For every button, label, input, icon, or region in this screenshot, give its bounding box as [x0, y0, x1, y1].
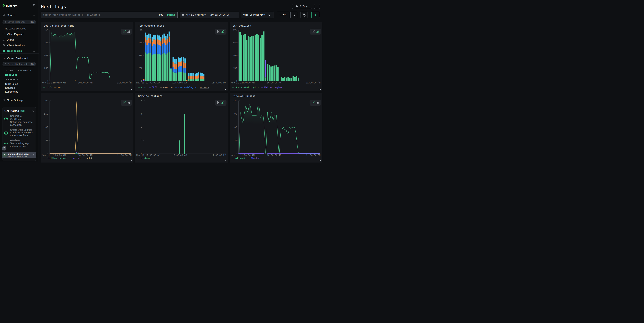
svg-text:90: 90 [234, 113, 237, 115]
svg-text:500: 500 [138, 54, 142, 57]
svg-text:200: 200 [44, 100, 48, 102]
svg-text:6: 6 [141, 113, 142, 115]
svg-text:Failed Logins: Failed Logins [264, 86, 282, 89]
svg-text:Nov 11 12:00:00 AM: Nov 11 12:00:00 AM [136, 82, 160, 84]
svg-text:10:30:00 AM: 10:30:00 AM [267, 154, 282, 157]
svg-text:sshd: sshd [141, 86, 146, 89]
svg-text:SSH activity: SSH activity [233, 25, 251, 28]
svg-text:150: 150 [44, 113, 48, 115]
svg-text:11:30:00 PM: 11:30:00 PM [306, 154, 320, 157]
svg-text:300: 300 [233, 54, 237, 57]
svg-text:4: 4 [141, 126, 142, 129]
svg-text:2: 2 [141, 139, 142, 142]
svg-text:sshd: sshd [86, 157, 92, 160]
svg-text:600: 600 [233, 29, 237, 31]
svg-text:11:30:00 PM: 11:30:00 PM [306, 82, 320, 84]
svg-text:1K: 1K [140, 29, 142, 31]
svg-text:10:30:00 AM: 10:30:00 AM [172, 154, 187, 157]
svg-text:1K: 1K [46, 29, 48, 31]
svg-text:11:30:00 PM: 11:30:00 PM [212, 154, 226, 157]
svg-text:750: 750 [138, 42, 142, 44]
svg-text:30: 30 [234, 139, 237, 142]
svg-text:fail2ban-server: fail2ban-server [46, 157, 67, 160]
svg-text:Nov 11 12:00:00 AM: Nov 11 12:00:00 AM [136, 154, 160, 157]
svg-text:Service restarts: Service restarts [138, 95, 162, 98]
svg-text:Firewall blocks: Firewall blocks [233, 95, 256, 98]
svg-text:kernel: kernel [72, 157, 81, 160]
svg-text:120: 120 [233, 100, 237, 102]
svg-text:10:30:00 AM: 10:30:00 AM [267, 82, 282, 84]
svg-text:info: info [46, 86, 52, 89]
svg-text:Nov 11 12:00:00 AM: Nov 11 12:00:00 AM [231, 154, 254, 157]
svg-text:100: 100 [44, 126, 48, 129]
svg-text:Top systemd units: Top systemd units [138, 25, 164, 28]
svg-text:10:30:00 AM: 10:30:00 AM [172, 82, 187, 84]
svg-text:8: 8 [141, 100, 142, 102]
svg-text:systemd: systemd [141, 157, 150, 160]
svg-text:Successful Logins: Successful Logins [236, 86, 259, 89]
svg-text:250: 250 [44, 67, 48, 70]
svg-text:450: 450 [233, 42, 237, 44]
svg-text:500: 500 [44, 54, 48, 57]
svg-text:Nov 11 12:00:00 AM: Nov 11 12:00:00 AM [42, 82, 66, 84]
svg-text:CRON: CRON [152, 86, 158, 89]
svg-text:anacron: anacron [163, 86, 173, 89]
svg-text:Allowed: Allowed [236, 157, 245, 160]
svg-text:+4 more: +4 more [200, 86, 209, 89]
svg-text:750: 750 [44, 42, 48, 44]
svg-text:10:30:00 AM: 10:30:00 AM [78, 82, 92, 84]
svg-text:50: 50 [46, 139, 48, 142]
svg-text:250: 250 [138, 67, 142, 70]
svg-text:150: 150 [233, 67, 237, 70]
svg-text:11:30:00 PM: 11:30:00 PM [117, 154, 132, 157]
svg-text:systemd-logind: systemd-logind [178, 86, 197, 89]
svg-text:Nov 11 12:00:00 AM: Nov 11 12:00:00 AM [231, 82, 254, 84]
svg-text:60: 60 [234, 126, 237, 129]
svg-text:11:30:00 PM: 11:30:00 PM [117, 82, 132, 84]
svg-text:Log volume over time: Log volume over time [44, 25, 74, 28]
svg-text:11:30:00 PM: 11:30:00 PM [212, 82, 226, 84]
svg-text:Blocked: Blocked [250, 157, 260, 160]
svg-text:10:30:00 AM: 10:30:00 AM [78, 154, 92, 157]
svg-text:Nov 11 12:00:00 AM: Nov 11 12:00:00 AM [42, 154, 66, 157]
svg-text:warn: warn [58, 86, 63, 89]
